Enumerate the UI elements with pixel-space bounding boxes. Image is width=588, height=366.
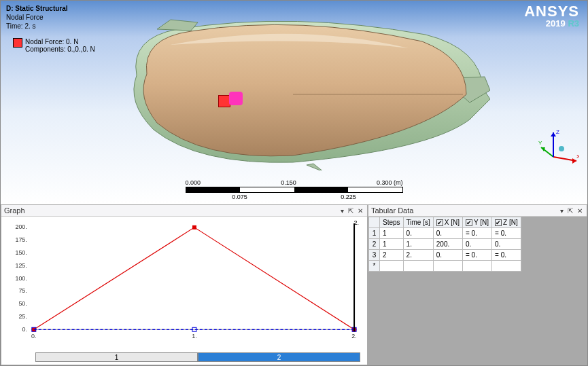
tabular-panel-header[interactable]: Tabular Data ▾ ⇱ ✕ — [368, 205, 587, 217]
svg-text:50.: 50. — [18, 300, 27, 307]
svg-text:0.: 0. — [22, 326, 27, 333]
model-geometry[interactable] — [89, 14, 490, 170]
graph-panel-header[interactable]: Graph ▾ ⇱ ✕ — [1, 205, 367, 217]
svg-marker-7 — [551, 132, 556, 136]
step-bar[interactable]: 1 2 — [35, 352, 360, 362]
graph-panel-title: Graph — [4, 206, 25, 215]
pin-icon[interactable]: ⇱ — [566, 207, 574, 215]
svg-text:25.: 25. — [18, 313, 27, 320]
step-segment-1[interactable]: 1 — [35, 352, 198, 362]
info-block: D: Static Structural Nodal Force Time: 2… — [6, 4, 68, 31]
graph-chart[interactable]: 200. 175. 150. 125. 100. 75. 50. 25. 0. — [1, 217, 367, 365]
bottom-panels: Graph ▾ ⇱ ✕ 200. 175. 150. 125. 100. — [1, 204, 587, 365]
app-frame: D: Static Structural Nodal Force Time: 2… — [0, 0, 588, 366]
svg-text:125.: 125. — [15, 262, 27, 269]
svg-text:2.: 2. — [351, 333, 356, 340]
step-segment-2[interactable]: 2 — [198, 352, 360, 362]
checkbox-icon[interactable]: ✔ — [495, 219, 502, 226]
graph-panel: Graph ▾ ⇱ ✕ 200. 175. 150. 125. 100. — [1, 204, 368, 365]
svg-text:1.: 1. — [192, 333, 196, 340]
analysis-title: D: Static Structural — [6, 4, 68, 13]
scale-bar: 0.0000.1500.300 (m) 0.0750.225 — [186, 179, 403, 200]
svg-text:75.: 75. — [18, 287, 27, 294]
legend: Nodal Force: 0. N Components: 0.,0.,0. N — [13, 38, 95, 53]
tabular-panel-title: Tabular Data — [371, 206, 413, 215]
svg-text:Z: Z — [556, 129, 559, 135]
dropdown-icon[interactable]: ▾ — [559, 207, 565, 215]
svg-rect-21 — [192, 225, 196, 230]
table-row[interactable]: 1 10. 0.= 0.= 0. — [369, 228, 521, 239]
table-row[interactable]: 2 11. 200.0.0. — [369, 239, 521, 250]
svg-text:150.: 150. — [15, 249, 27, 256]
dropdown-icon[interactable]: ▾ — [339, 207, 345, 215]
svg-point-9 — [559, 146, 564, 151]
triad-icon[interactable]: X Y Z — [538, 128, 579, 169]
svg-text:0.: 0. — [31, 333, 36, 340]
close-icon[interactable]: ✕ — [576, 207, 584, 215]
viewport-3d[interactable]: D: Static Structural Nodal Force Time: 2… — [1, 1, 587, 204]
time-label: Time: 2. s — [6, 22, 68, 31]
pin-icon[interactable]: ⇱ — [347, 207, 355, 215]
svg-text:175.: 175. — [15, 236, 27, 243]
tabular-body: Steps Time [s] ✔X [N] ✔Y [N] ✔Z [N] 1 10… — [368, 217, 587, 365]
checkbox-icon[interactable]: ✔ — [436, 219, 443, 226]
table-row-blank[interactable]: * — [369, 261, 521, 272]
node-marker-icon — [229, 92, 243, 105]
legend-swatch — [13, 38, 22, 48]
checkbox-icon[interactable]: ✔ — [466, 219, 472, 226]
table-header-row: Steps Time [s] ✔X [N] ✔Y [N] ✔Z [N] — [369, 217, 521, 228]
svg-text:200.: 200. — [15, 223, 27, 230]
svg-text:100.: 100. — [15, 275, 27, 282]
svg-text:2.: 2. — [354, 219, 359, 226]
result-type: Nodal Force — [6, 13, 68, 22]
brand-logo: ANSYS 2019 R3 — [524, 5, 579, 29]
load-marker[interactable] — [218, 94, 240, 108]
close-icon[interactable]: ✕ — [356, 207, 364, 215]
tabular-panel: Tabular Data ▾ ⇱ ✕ Steps Time [s] ✔X [N]… — [368, 204, 587, 365]
tabular-data-table[interactable]: Steps Time [s] ✔X [N] ✔Y [N] ✔Z [N] 1 10… — [368, 217, 521, 272]
svg-text:Y: Y — [538, 140, 542, 146]
svg-text:X: X — [576, 153, 579, 160]
table-row[interactable]: 3 22. 0.= 0.= 0. — [369, 250, 521, 261]
legend-text: Nodal Force: 0. N Components: 0.,0.,0. N — [25, 38, 95, 53]
